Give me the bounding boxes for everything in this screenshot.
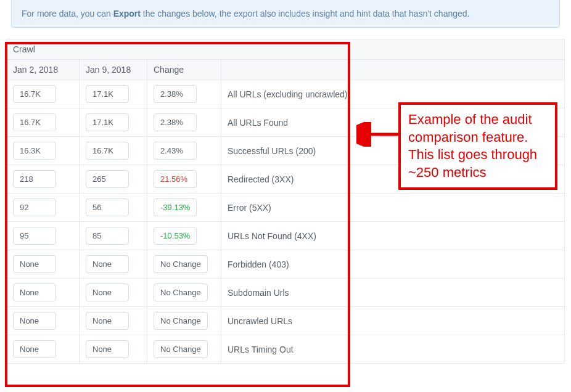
value-date1[interactable]: None <box>13 312 56 330</box>
value-change[interactable]: No Change <box>154 340 208 358</box>
metric-label: URLs Timing Out <box>221 335 565 364</box>
value-date1[interactable]: 92 <box>13 198 56 216</box>
crawl-comparison-table: Crawl Jan 2, 2018 Jan 9, 2018 Change 16.… <box>6 39 565 364</box>
value-change[interactable]: No Change <box>154 312 208 330</box>
value-date2[interactable]: 56 <box>86 198 129 216</box>
value-change[interactable]: 2.38% <box>154 85 197 103</box>
value-date1[interactable]: 16.3K <box>13 142 56 160</box>
value-change[interactable]: 2.43% <box>154 142 197 160</box>
value-date1[interactable]: 95 <box>13 227 56 245</box>
value-change[interactable]: No Change <box>154 284 208 301</box>
metric-label: Uncrawled URLs <box>221 307 565 335</box>
value-date1[interactable]: 16.7K <box>13 85 56 103</box>
value-date2[interactable]: None <box>86 255 129 273</box>
value-date1[interactable]: None <box>13 284 56 301</box>
metric-label: Forbidden (403) <box>221 250 565 279</box>
table-row: 9256-39.13%Error (5XX) <box>7 194 565 222</box>
metric-label: Error (5XX) <box>221 194 565 222</box>
value-change[interactable]: 21.56% <box>154 170 197 188</box>
section-header-row: Crawl <box>7 39 565 60</box>
value-date2[interactable]: None <box>86 312 129 330</box>
table-row: NoneNoneNo ChangeForbidden (403) <box>7 250 565 279</box>
value-date1[interactable]: None <box>13 255 56 273</box>
value-date2[interactable]: None <box>86 340 129 358</box>
value-change[interactable]: -10.53% <box>154 227 197 245</box>
value-change[interactable]: 2.38% <box>154 113 197 131</box>
col-header-date2: Jan 9, 2018 <box>80 60 147 80</box>
table-row: NoneNoneNo ChangeUncrawled URLs <box>7 307 565 335</box>
value-change[interactable]: -39.13% <box>154 198 197 216</box>
annotation-callout: Example of the audit comparison feature.… <box>398 102 557 190</box>
col-header-label <box>221 60 565 80</box>
value-date1[interactable]: 16.7K <box>13 113 56 131</box>
banner-text-post: the changes below, the export also inclu… <box>141 9 470 18</box>
annotation-text: Example of the audit comparison feature.… <box>408 112 537 180</box>
col-header-date1: Jan 2, 2018 <box>7 60 80 80</box>
metric-label: URLs Not Found (4XX) <box>221 222 565 250</box>
value-date2[interactable]: 265 <box>86 170 129 188</box>
export-link[interactable]: Export <box>113 9 141 18</box>
banner-text-pre: For more data, you can <box>22 9 113 18</box>
table-row: NoneNoneNo ChangeURLs Timing Out <box>7 335 565 364</box>
value-date2[interactable]: 17.1K <box>86 113 129 131</box>
value-date2[interactable]: 16.7K <box>86 142 129 160</box>
col-header-change: Change <box>147 60 221 80</box>
value-date2[interactable]: None <box>86 284 129 301</box>
metric-label: Subdomain Urls <box>221 279 565 307</box>
value-date2[interactable]: 17.1K <box>86 85 129 103</box>
column-header-row: Jan 2, 2018 Jan 9, 2018 Change <box>7 60 565 80</box>
value-change[interactable]: No Change <box>154 255 208 273</box>
table-row: 9585-10.53%URLs Not Found (4XX) <box>7 222 565 250</box>
export-info-banner: For more data, you can Export the change… <box>11 0 560 28</box>
value-date2[interactable]: 85 <box>86 227 129 245</box>
value-date1[interactable]: 218 <box>13 170 56 188</box>
value-date1[interactable]: None <box>13 340 56 358</box>
section-title: Crawl <box>7 39 565 60</box>
table-row: NoneNoneNo ChangeSubdomain Urls <box>7 279 565 307</box>
